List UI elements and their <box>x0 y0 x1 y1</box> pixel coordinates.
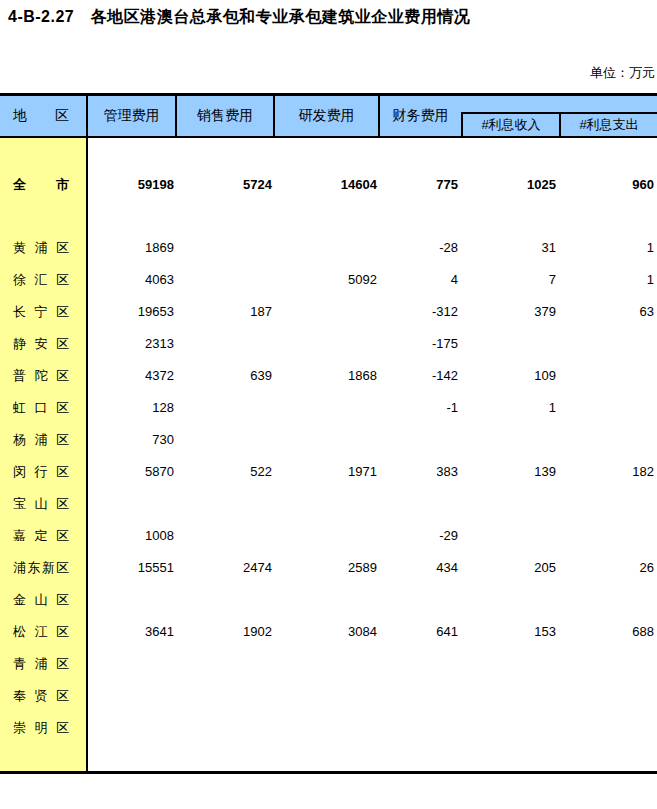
financial-expenses-value <box>380 679 461 711</box>
sales-expenses-value <box>177 423 275 455</box>
table-row <box>0 743 657 771</box>
interest-income-value: 1025 <box>461 138 559 231</box>
expenses-table: 地区 管理费用 销售费用 研发费用 财务费用 #利息收入 #利息支出 全市 59… <box>0 93 657 774</box>
interest-income-value: 7 <box>461 263 559 295</box>
table-row: 松江区 3641 1902 3084 641 153 688 <box>0 615 657 647</box>
region-cell: 长宁区 <box>0 295 88 327</box>
financial-expenses-value: 4 <box>380 263 461 295</box>
region-cell: 杨浦区 <box>0 423 88 455</box>
interest-expense-value <box>559 327 657 359</box>
rnd-expenses-value <box>275 583 380 615</box>
region-cell: 崇明区 <box>0 711 88 743</box>
region-name: 浦东新区 <box>13 561 69 574</box>
page-title: 4-B-2.27 各地区港澳台总承包和专业承包建筑业企业费用情况 <box>8 7 470 28</box>
interest-expense-value <box>559 679 657 711</box>
sales-expenses-value <box>177 263 275 295</box>
table-row: 长宁区 19653 187 -312 379 63 <box>0 295 657 327</box>
financial-expenses-value: 383 <box>380 455 461 487</box>
table-row: 金山区 <box>0 583 657 615</box>
management-expenses-value: 19653 <box>88 295 177 327</box>
region-name: 崇明区 <box>13 721 69 734</box>
region-name: 长宁区 <box>13 305 69 318</box>
region-name: 杨浦区 <box>13 433 69 446</box>
management-expenses-value: 59198 <box>88 138 177 231</box>
management-expenses-value: 4372 <box>88 359 177 391</box>
rnd-expenses-value <box>275 711 380 743</box>
header-sales-expenses: 销售费用 <box>177 96 275 136</box>
header-region: 地区 <box>0 96 88 136</box>
sales-expenses-value: 187 <box>177 295 275 327</box>
rnd-expenses-value <box>275 519 380 551</box>
sales-expenses-value <box>177 711 275 743</box>
table-row: 浦东新区 15551 2474 2589 434 205 26 <box>0 551 657 583</box>
page: 4-B-2.27 各地区港澳台总承包和专业承包建筑业企业费用情况 单位：万元 地… <box>0 0 657 809</box>
region-name: 普陀区 <box>13 369 69 382</box>
sales-expenses-value: 639 <box>177 359 275 391</box>
interest-expense-value: 688 <box>559 615 657 647</box>
financial-expenses-value <box>380 711 461 743</box>
rnd-expenses-value <box>275 679 380 711</box>
region-cell: 浦东新区 <box>0 551 88 583</box>
interest-expense-value: 182 <box>559 455 657 487</box>
rnd-expenses-value <box>275 423 380 455</box>
sales-expenses-value <box>177 519 275 551</box>
interest-income-value <box>461 743 559 771</box>
interest-income-value: 379 <box>461 295 559 327</box>
region-name: 嘉定区 <box>13 529 69 542</box>
table-body: 全市 59198 5724 14604 775 1025 960 黄浦区 186… <box>0 138 657 771</box>
table-row: 普陀区 4372 639 1868 -142 109 <box>0 359 657 391</box>
interest-expense-value <box>559 519 657 551</box>
interest-expense-value <box>559 359 657 391</box>
region-cell: 嘉定区 <box>0 519 88 551</box>
management-expenses-value <box>88 583 177 615</box>
financial-expenses-value <box>380 743 461 771</box>
region-name: 静安区 <box>13 337 69 350</box>
region-cell: 奉贤区 <box>0 679 88 711</box>
sales-expenses-value: 5724 <box>177 138 275 231</box>
region-name: 全市 <box>13 178 69 191</box>
interest-income-value: 205 <box>461 551 559 583</box>
interest-expense-value <box>559 487 657 519</box>
table-row: 青浦区 <box>0 647 657 679</box>
financial-expenses-value: -175 <box>380 327 461 359</box>
region-cell: 普陀区 <box>0 359 88 391</box>
rnd-expenses-value: 3084 <box>275 615 380 647</box>
region-name: 金山区 <box>13 593 69 606</box>
table-row: 徐汇区 4063 5092 4 7 1 <box>0 263 657 295</box>
sales-expenses-value <box>177 679 275 711</box>
interest-income-value <box>461 423 559 455</box>
interest-income-value <box>461 679 559 711</box>
region-name: 虹口区 <box>13 401 69 414</box>
interest-expense-value <box>559 743 657 771</box>
interest-expense-value: 960 <box>559 138 657 231</box>
interest-expense-value <box>559 423 657 455</box>
sales-expenses-value <box>177 583 275 615</box>
table-row: 崇明区 <box>0 711 657 743</box>
region-name: 闵行区 <box>13 465 69 478</box>
interest-expense-value <box>559 647 657 679</box>
interest-income-value <box>461 487 559 519</box>
region-cell: 静安区 <box>0 327 88 359</box>
management-expenses-value: 1008 <box>88 519 177 551</box>
region-cell <box>0 743 88 771</box>
rnd-expenses-value <box>275 327 380 359</box>
management-expenses-value: 2313 <box>88 327 177 359</box>
sales-expenses-value <box>177 647 275 679</box>
header-financial-expenses: 财务费用 <box>380 96 461 136</box>
management-expenses-value: 15551 <box>88 551 177 583</box>
interest-income-value <box>461 327 559 359</box>
rnd-expenses-value <box>275 487 380 519</box>
management-expenses-value <box>88 487 177 519</box>
management-expenses-value: 730 <box>88 423 177 455</box>
region-name: 松江区 <box>13 625 69 638</box>
management-expenses-value: 4063 <box>88 263 177 295</box>
header-financial-group: 财务费用 #利息收入 #利息支出 <box>380 96 657 136</box>
rnd-expenses-value <box>275 231 380 263</box>
region-name: 奉贤区 <box>13 689 69 702</box>
management-expenses-value <box>88 711 177 743</box>
management-expenses-value: 3641 <box>88 615 177 647</box>
financial-expenses-value <box>380 583 461 615</box>
sales-expenses-value <box>177 743 275 771</box>
financial-expenses-value <box>380 647 461 679</box>
table-row: 宝山区 <box>0 487 657 519</box>
